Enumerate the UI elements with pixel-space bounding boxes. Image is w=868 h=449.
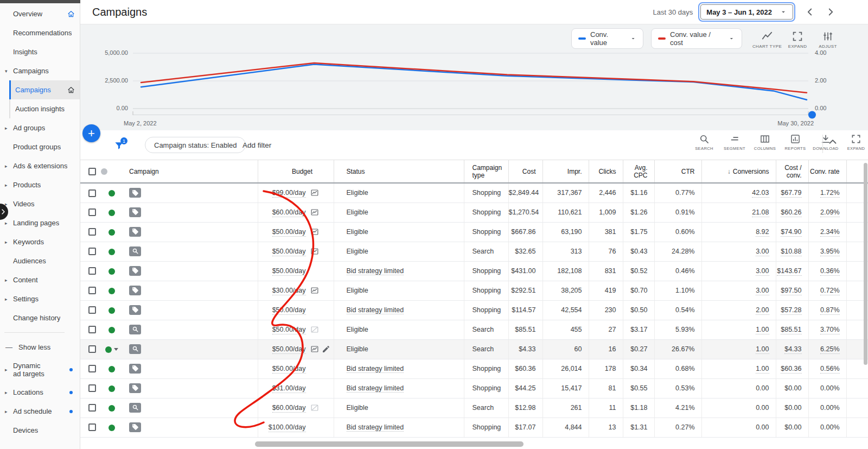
column-header-cost[interactable]: Cost	[508, 160, 542, 183]
sidebar-item-landing-pages[interactable]: ▸Landing pages	[0, 213, 80, 232]
horizontal-scrollbar[interactable]	[255, 441, 524, 447]
select-all-checkbox[interactable]	[88, 168, 96, 175]
enabled-status-dot[interactable]	[108, 307, 115, 314]
status-value[interactable]: Eligible	[347, 228, 368, 236]
budget-value[interactable]: $100.00/day	[269, 423, 306, 432]
sidebar-item-show-less[interactable]: —Show less	[0, 338, 80, 357]
sidebar-item-ads-extensions[interactable]: ▸Ads & extensions	[0, 156, 80, 175]
chart-icon[interactable]	[310, 286, 320, 295]
campaign-cell[interactable]	[122, 300, 258, 320]
date-range-picker[interactable]: May 3 – Jun 1, 2022	[700, 4, 793, 20]
convrate-value[interactable]: 3.95%	[820, 248, 839, 256]
status-value[interactable]: Bid strategy limited	[347, 267, 404, 275]
campaign-cell[interactable]	[122, 203, 258, 222]
convrate-value[interactable]: 0.56%	[820, 365, 839, 374]
chart-icon[interactable]	[310, 247, 320, 256]
sidebar-item-ad-groups[interactable]: ▸Ad groups	[0, 118, 80, 137]
row-checkbox[interactable]	[88, 365, 96, 372]
sidebar-item-content[interactable]: ▸Content	[0, 270, 80, 289]
table-row[interactable]: $50.00/dayEligibleShopping$667.8663,1903…	[80, 222, 868, 242]
chart-icon[interactable]	[310, 208, 320, 217]
status-value[interactable]: Eligible	[347, 404, 368, 412]
campaign-cell[interactable]	[122, 222, 258, 242]
convrate-value[interactable]: 6.25%	[820, 345, 839, 354]
campaign-cell[interactable]	[122, 418, 258, 437]
budget-value[interactable]: $99.00/day	[272, 188, 306, 198]
table-row[interactable]: $50.00/dayEligibleSearch$85.5145527$3.17…	[80, 320, 868, 339]
sidebar-item-audiences[interactable]: Audiences	[0, 251, 80, 270]
conv-value[interactable]: 3.00	[756, 287, 769, 295]
conv-value[interactable]: 42.03	[752, 189, 769, 198]
sidebar-item-product-groups[interactable]: Product groups	[0, 137, 80, 156]
enabled-status-dot[interactable]	[108, 210, 115, 216]
campaign-status-filter-chip[interactable]: Campaign status: Enabled	[145, 137, 246, 153]
chart-off-icon[interactable]	[310, 325, 320, 334]
costconv-value[interactable]: $85.51	[781, 326, 801, 334]
chart-icon[interactable]	[310, 227, 320, 236]
reports-button[interactable]: REPORTS	[780, 134, 810, 151]
budget-value[interactable]: $50.00/day	[272, 247, 306, 256]
conv-value[interactable]: 1.00	[756, 326, 769, 334]
enabled-status-dot[interactable]	[108, 288, 115, 294]
row-checkbox[interactable]	[88, 208, 96, 216]
search-button[interactable]: SEARCH	[689, 134, 719, 151]
status-value[interactable]: Bid strategy limited	[347, 365, 404, 373]
status-value[interactable]: Bid strategy limited	[347, 384, 404, 393]
metric-selector-conv-value[interactable]: Conv. value	[571, 28, 643, 49]
table-row[interactable]: $60.00/dayEligibleSearch$12.9826111$1.18…	[80, 398, 868, 418]
budget-value[interactable]: $50.00/day	[272, 306, 306, 315]
budget-value[interactable]: $50.00/day	[272, 227, 306, 237]
budget-value[interactable]: $50.00/day	[272, 325, 306, 334]
sidebar-item-ad-schedule[interactable]: ▸Ad schedule	[0, 402, 80, 421]
budget-value[interactable]: $30.00/day	[272, 286, 306, 295]
enabled-status-dot[interactable]	[108, 385, 115, 392]
table-row[interactable]: $30.00/dayEligibleShopping$292.5138,2054…	[80, 281, 868, 300]
enabled-status-dot[interactable]	[108, 366, 115, 372]
row-checkbox[interactable]	[88, 189, 96, 197]
expand-button[interactable]: EXPAND	[782, 30, 813, 49]
campaign-cell[interactable]	[122, 378, 258, 398]
status-value[interactable]: Bid strategy limited	[347, 306, 404, 314]
columns-button[interactable]: COLUMNS	[750, 134, 780, 151]
costconv-value[interactable]: $67.79	[781, 189, 801, 198]
previous-period-button[interactable]	[804, 6, 816, 18]
row-checkbox[interactable]	[88, 345, 96, 353]
table-row[interactable]: $50.00/dayEligibleSearch$32.6531376$0.43…	[80, 242, 868, 261]
sidebar-item-overview[interactable]: Overview	[0, 4, 80, 23]
convrate-value[interactable]: 0.36%	[820, 267, 839, 276]
status-value[interactable]: Eligible	[347, 248, 368, 255]
chart-icon[interactable]	[310, 188, 320, 197]
enabled-status-dot[interactable]	[108, 190, 115, 197]
row-checkbox[interactable]	[88, 326, 96, 333]
sidebar-item-campaigns[interactable]: Campaigns	[9, 80, 80, 99]
table-row[interactable]: $50.00/dayEligibleSearch$4.336016$0.2726…	[80, 339, 868, 359]
campaign-cell[interactable]	[122, 320, 258, 339]
sidebar-item-devices[interactable]: Devices	[0, 421, 80, 440]
conv-value[interactable]: 8.92	[756, 228, 769, 237]
expand-button[interactable]: EXPAND	[841, 134, 868, 151]
conv-value[interactable]: 21.08	[752, 208, 769, 217]
campaign-cell[interactable]	[122, 242, 258, 261]
chart-off-icon[interactable]	[310, 403, 320, 412]
column-header-clicks[interactable]: Clicks	[589, 160, 623, 183]
sidebar-item-auction-insights[interactable]: Auction insights	[9, 99, 80, 118]
row-checkbox[interactable]	[88, 228, 96, 236]
status-value[interactable]: Eligible	[347, 189, 368, 197]
enabled-status-dot[interactable]	[108, 425, 115, 431]
convrate-value[interactable]: 2.34%	[820, 228, 839, 237]
status-value[interactable]: Eligible	[347, 208, 368, 216]
convrate-value[interactable]: 2.09%	[820, 208, 839, 217]
sidebar-item-campaigns-group[interactable]: ▾Campaigns	[0, 61, 80, 80]
new-campaign-fab-button[interactable]: +	[82, 124, 100, 142]
status-value[interactable]: Eligible	[347, 345, 368, 353]
edit-budget-pencil-icon[interactable]	[322, 345, 330, 353]
enabled-status-dot[interactable]	[108, 249, 115, 255]
convrate-value[interactable]: 0.72%	[820, 287, 839, 295]
status-value[interactable]: Eligible	[347, 326, 368, 333]
sidebar-item-settings[interactable]: ▸Settings	[0, 289, 80, 308]
chart-type-button[interactable]: CHART TYPE	[752, 30, 782, 49]
enabled-status-dot[interactable]	[108, 405, 115, 412]
chart-icon[interactable]	[310, 345, 320, 353]
sidebar-item-insights[interactable]: Insights	[0, 42, 80, 61]
table-row[interactable]: $31.00/dayBid strategy limitedShopping$4…	[80, 378, 868, 398]
